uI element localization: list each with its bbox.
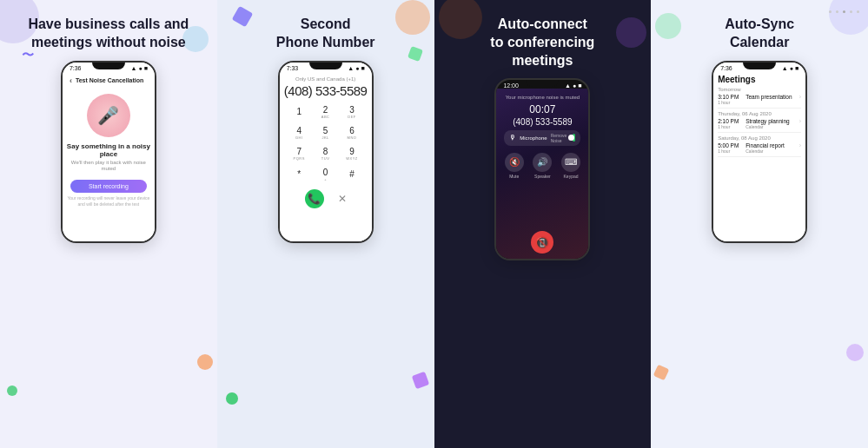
meeting-3-duration: 1 hour (718, 148, 742, 154)
deco-circle-3 (7, 385, 17, 396)
call-action-row: 🔇 Mute 🔊 Speaker ⌨ Keypad (500, 153, 585, 179)
deco-circle-7 (439, 0, 482, 39)
phone-2-screen: Only US and Canada (+1) (408) 533-5589 1… (280, 71, 372, 241)
phone-3-time: 12:00 (503, 82, 519, 89)
meeting-1-name: Team presentation (745, 94, 792, 100)
say-text: Say something in a noisy place (66, 142, 151, 158)
mic-row: 🎙 Microphone Remove Noise (504, 130, 580, 146)
panel-autoconnect: Auto-connectto conferencingmeetings 12:0… (434, 0, 652, 448)
dial-1[interactable]: 1 (288, 103, 311, 122)
meeting-3-time: 5:00 PM (718, 142, 742, 148)
deco-circle-4 (197, 354, 213, 370)
dial-3[interactable]: 3DEF (340, 103, 363, 122)
panel-4-title: Auto-SyncCalendar (725, 16, 794, 52)
mute-label: Mute (509, 174, 519, 179)
meeting-1-time-block: 3:10 PM 1 hour (718, 94, 742, 105)
dial-5[interactable]: 5JKL (314, 124, 337, 142)
deco-rect-4 (653, 365, 670, 381)
end-call-button[interactable]: 📵 (531, 231, 553, 254)
phone-1-header-text: Test Noise Cancellation (76, 77, 143, 83)
chevron-1: › (799, 94, 801, 105)
panel-2-title: SecondPhone Number (276, 16, 375, 52)
speaker-action[interactable]: 🔊 Speaker (533, 153, 552, 179)
keypad-action[interactable]: ⌨ Keypad (561, 153, 580, 179)
meeting-2-time-block: 2:10 PM 1 hour (718, 118, 742, 129)
phone-2: 7:33 ▲ ● ■ Only US and Canada (+1) (408)… (278, 61, 374, 243)
start-recording-button[interactable]: Start recording (70, 180, 147, 193)
phone-3-icons: ▲ ● ■ (565, 82, 581, 89)
panel-1-title: Have business calls and meetings without… (9, 16, 209, 52)
call-timer: 00:07 (529, 103, 555, 115)
meeting-1-details: Team presentation (745, 94, 792, 105)
phone-4-time: 7:36 (720, 65, 732, 71)
meeting-1-duration: 1 hour (718, 100, 742, 105)
meeting-2-name: Strategy planning (745, 118, 790, 124)
phone-3-screen: Your microphone noise is muted 00:07 (40… (496, 89, 588, 259)
back-chevron: ‹ (70, 76, 72, 85)
phone-2-time: 7:33 (287, 65, 299, 71)
chevron-2: › (799, 118, 801, 129)
deco-rect-1 (231, 6, 253, 28)
meetings-title: Meetings (718, 75, 801, 84)
meeting-2-details: Strategy planning Calendar (745, 118, 790, 129)
dial-star[interactable]: * (288, 166, 311, 184)
call-actions: 📞 ✕ (305, 189, 347, 208)
deco-circle-8 (616, 17, 646, 48)
dial-6[interactable]: 6MNO (340, 124, 363, 142)
meeting-1-time: 3:10 PM (718, 94, 742, 100)
meeting-2-calendar: Calendar (745, 124, 790, 129)
meeting-2-duration: 1 hour (718, 124, 742, 129)
date-thursday: Thursday, 06 Aug 2020 (718, 111, 801, 116)
phone-1-screen: ‹ Test Noise Cancellation 🎤 Say somethin… (63, 71, 155, 241)
only-label: Only US and Canada (+1) (295, 76, 355, 82)
dial-8[interactable]: 8TUV (314, 145, 337, 163)
muted-label: Your microphone noise is muted (506, 94, 580, 101)
chevron-3: › (799, 142, 801, 154)
p3-phone-number: (408) 533-5589 (513, 117, 572, 127)
panel-autosync: Auto-SyncCalendar 7:36 ▲ ● ■ Meetings To… (651, 0, 868, 448)
phone-number-display: (408) 533-5589 (284, 83, 368, 98)
dial-hash[interactable]: # (340, 166, 363, 184)
phone-3-notch (526, 80, 559, 87)
phone-1-time: 7:36 (70, 65, 82, 71)
deco-circle-5 (395, 0, 430, 35)
deco-circle-6 (226, 392, 238, 405)
phone-2-icons: ▲ ● ■ (348, 65, 364, 71)
panel-second-phone-number: SecondPhone Number 7:33 ▲ ● ■ Only US an… (217, 0, 434, 448)
phone-4-notch (743, 63, 776, 69)
meeting-2-time: 2:10 PM (718, 118, 742, 124)
phone-4-icons: ▲ ● ■ (782, 65, 798, 71)
mic-label: Microphone (520, 135, 547, 141)
phone-2-notch (309, 63, 342, 69)
dial-2[interactable]: 2ABC (314, 103, 337, 122)
mute-icon: 🔇 (505, 153, 524, 172)
keypad-icon: ⌨ (561, 153, 580, 172)
meeting-3-time-block: 5:00 PM 1 hour (718, 142, 742, 154)
call-button[interactable]: 📞 (305, 189, 324, 208)
meeting-item-3: 5:00 PM 1 hour Financial report Calendar… (718, 142, 801, 157)
deco-rect-3 (411, 372, 429, 390)
dial-7[interactable]: 7PQRS (288, 145, 311, 163)
dial-9[interactable]: 9WXYZ (340, 145, 363, 163)
dial-4[interactable]: 4GHI (288, 124, 311, 142)
deco-circle-9 (829, 0, 868, 35)
keypad-label: Keypad (564, 174, 579, 179)
speaker-label: Speaker (534, 174, 551, 179)
cancel-button[interactable]: ✕ (338, 193, 347, 205)
phone-1-icons: ▲ ● ■ (131, 65, 148, 71)
date-saturday: Saturday, 08 Aug 2020 (718, 135, 801, 141)
meeting-3-details: Financial report Calendar (745, 142, 785, 154)
deco-circle-10 (655, 13, 681, 39)
footnote-text: Your recording will never leave your dev… (66, 195, 151, 207)
mic-circle: 🎤 (87, 94, 130, 137)
phone-4: 7:36 ▲ ● ■ Meetings Tomorrow 3:10 PM 1 h… (712, 61, 807, 243)
mic-icon: 🎙 (509, 134, 516, 142)
noise-toggle[interactable] (573, 134, 575, 142)
dial-0[interactable]: 0+ (314, 166, 337, 184)
phone-4-screen: Meetings Tomorrow 3:10 PM 1 hour Team pr… (713, 71, 805, 241)
mute-action[interactable]: 🔇 Mute (505, 153, 524, 179)
sub-text: We'll then play it back with noise muted (66, 160, 151, 174)
dialpad: 1 2ABC 3DEF 4GHI 5JKL 6MNO 7PQRS 8TUV 9W… (288, 103, 364, 184)
phone-3: 12:00 ▲ ● ■ Your microphone noise is mut… (494, 78, 590, 260)
panel-noise-cancellation: 〜 Have business calls and meetings witho… (0, 0, 217, 448)
